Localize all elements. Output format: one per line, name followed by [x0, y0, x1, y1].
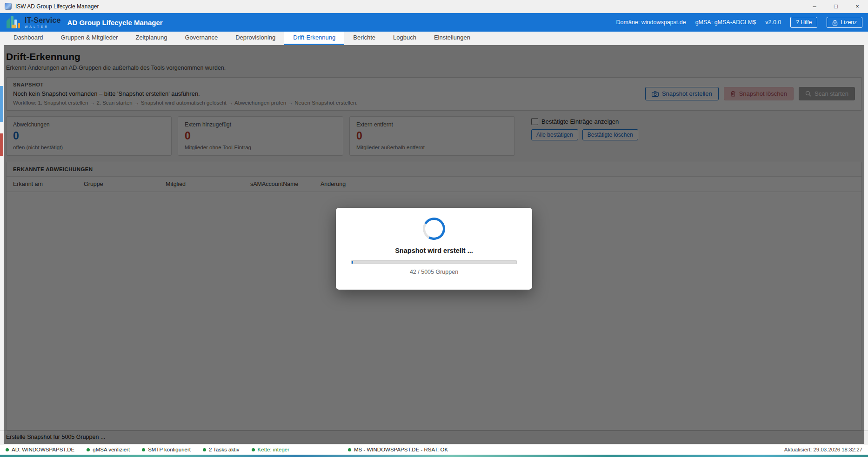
- tab-berichte[interactable]: Berichte: [344, 32, 384, 45]
- loading-spinner-icon: [421, 215, 448, 243]
- app-header: IT-Service WALTER AD Group Lifecycle Man…: [0, 13, 868, 32]
- domain-info: Domäne: windowspapst.de: [616, 19, 686, 26]
- titlebar: ISW AD Group Lifecycle Manager – □ ×: [0, 0, 868, 13]
- license-button-label: Lizenz: [841, 19, 857, 26]
- minimize-icon[interactable]: –: [804, 0, 825, 13]
- lock-icon: [832, 20, 838, 26]
- logo-brand-text: IT-Service: [25, 17, 61, 24]
- help-button-label: ? Hilfe: [796, 19, 812, 26]
- tab-drift-erkennung[interactable]: Drift-Erkennung: [284, 32, 344, 45]
- status-item-ad: AD: WINDOWSPAPST.DE: [6, 447, 74, 452]
- gmsa-info: gMSA: gMSA-ADGLM$: [695, 19, 756, 26]
- green-dot-icon: [252, 448, 255, 451]
- tab-governance[interactable]: Governance: [176, 32, 227, 45]
- app-icon: [5, 3, 12, 10]
- desktop-wallpaper-edge: [0, 455, 868, 457]
- modal-progress-fill: [352, 261, 353, 264]
- snapshot-progress-dialog: Snapshot wird erstellt ... 42 / 5005 Gru…: [336, 208, 532, 290]
- status-item-gmsa: gMSA verifiziert: [87, 447, 130, 452]
- tab-logbuch[interactable]: Logbuch: [384, 32, 425, 45]
- tab-einstellungen[interactable]: Einstellungen: [425, 32, 479, 45]
- status-item-kette: Kette: integer: [252, 447, 289, 452]
- green-dot-icon: [203, 448, 206, 451]
- progress-count-text: 42 / 5005 Gruppen: [336, 269, 532, 275]
- status-item-smtp: SMTP konfiguriert: [142, 447, 191, 452]
- logo-sub-text: WALTER: [25, 25, 61, 28]
- tab-dashboard[interactable]: Dashboard: [5, 32, 52, 45]
- content-area: Drift-Erkennung Erkennt Änderungen an AD…: [0, 45, 868, 444]
- license-button[interactable]: Lizenz: [827, 17, 862, 28]
- tab-gruppen-mitglieder[interactable]: Gruppen & Mitglieder: [52, 32, 127, 45]
- status-item-rsat: MS - WINDOWSPAPST.DE - RSAT: OK: [348, 447, 448, 452]
- maximize-icon[interactable]: □: [825, 0, 847, 13]
- window-title: ISW AD Group Lifecycle Manager: [15, 3, 99, 10]
- company-logo: IT-Service WALTER: [6, 15, 61, 29]
- logo-building-icon: [6, 15, 21, 29]
- wallpaper-fragment: [0, 86, 3, 122]
- green-dot-icon: [87, 448, 90, 451]
- window-controls: – □ ×: [804, 0, 868, 13]
- version-info: v2.0.0: [765, 19, 781, 26]
- help-button[interactable]: ? Hilfe: [790, 17, 817, 28]
- green-dot-icon: [142, 448, 145, 451]
- dialog-title: Snapshot wird erstellt ...: [336, 247, 532, 254]
- app-title: AD Group Lifecycle Manager: [67, 19, 163, 26]
- status-item-tasks: 2 Tasks aktiv: [203, 447, 240, 452]
- green-dot-icon: [348, 448, 351, 451]
- last-updated-text: Aktualisiert: 29.03.2026 18:32:27: [784, 447, 862, 452]
- status-bar: AD: WINDOWSPAPST.DE gMSA verifiziert SMT…: [0, 444, 868, 455]
- tab-bar: Dashboard Gruppen & Mitglieder Zeitplanu…: [0, 32, 868, 45]
- tab-zeitplanung[interactable]: Zeitplanung: [127, 32, 176, 45]
- modal-progress-bar: [351, 260, 517, 264]
- close-icon[interactable]: ×: [847, 0, 868, 13]
- wallpaper-fragment: [0, 133, 3, 156]
- tab-deprovisioning[interactable]: Deprovisioning: [227, 32, 284, 45]
- green-dot-icon: [6, 448, 9, 451]
